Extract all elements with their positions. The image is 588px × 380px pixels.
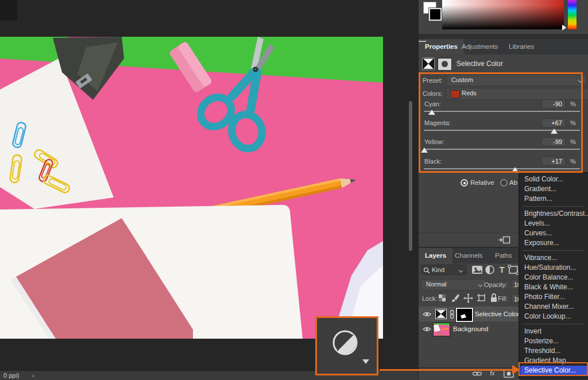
status-chevron-icon[interactable]: › <box>32 371 34 380</box>
menu-item-channel-mixer[interactable]: Channel Mixer... <box>519 302 588 312</box>
menu-divider <box>523 206 585 207</box>
menu-item-pattern[interactable]: Pattern... <box>519 194 588 204</box>
document-info: 0 ppi) <box>3 371 20 380</box>
annotation-arrow <box>380 369 514 371</box>
layer-thumbnail[interactable] <box>433 323 450 336</box>
menu-item-hue-saturation[interactable]: Hue/Saturation... <box>519 263 588 273</box>
properties-tab-bar: Properties Adjustments Libraries <box>419 39 588 55</box>
tab-libraries[interactable]: Libraries <box>502 39 540 55</box>
filter-type-layer-icon[interactable]: T <box>496 265 508 275</box>
menu-item-levels[interactable]: Levels... <box>519 219 588 228</box>
selective-color-icon <box>422 57 435 70</box>
absolute-label: Ab <box>509 179 517 186</box>
blend-mode-dropdown[interactable]: Normal <box>421 279 486 290</box>
menu-item-invert[interactable]: Invert <box>519 327 588 336</box>
lock-all-icon[interactable] <box>490 293 498 303</box>
menu-item-threshold[interactable]: Threshold... <box>519 346 588 356</box>
filter-pixel-layer-icon[interactable] <box>471 265 483 275</box>
filter-shape-layer-icon[interactable] <box>508 265 519 275</box>
color-gradient-field[interactable] <box>442 0 564 29</box>
menu-item-solid-color[interactable]: Solid Color... <box>519 175 588 184</box>
lock-artboard-icon[interactable] <box>477 293 487 303</box>
lock-move-icon[interactable] <box>463 293 473 303</box>
adjustment-circle-icon[interactable] <box>332 329 358 356</box>
menu-item-gradient[interactable]: Gradient... <box>519 184 588 194</box>
link-icon <box>449 310 455 319</box>
menu-item-exposure[interactable]: Exposure... <box>519 238 588 248</box>
lock-paint-icon[interactable] <box>451 293 460 303</box>
background-color-swatch[interactable] <box>429 8 442 21</box>
hue-slider[interactable] <box>568 0 577 29</box>
absolute-radio[interactable] <box>500 179 508 187</box>
chevron-down-icon <box>459 268 463 272</box>
chevron-down-icon <box>478 282 482 286</box>
menu-item-posterize[interactable]: Posterize... <box>519 336 588 346</box>
layer-name: Background <box>453 325 488 332</box>
layer-filter-dropdown[interactable]: Kind <box>421 265 467 275</box>
menu-item-black-white[interactable]: Black & White... <box>519 282 588 292</box>
link-layers-icon[interactable] <box>473 370 482 377</box>
adjustment-layer-thumbnail[interactable] <box>435 309 447 319</box>
canvas-scrollbar[interactable] <box>409 101 412 251</box>
annotation-menu-item-box <box>519 362 588 376</box>
lock-label: Lock: <box>422 295 437 302</box>
canvas-image[interactable] <box>0 37 383 339</box>
menu-item-color-lookup[interactable]: Color Lookup... <box>519 312 588 321</box>
fill-label: Fill: <box>498 295 508 302</box>
annotation-properties-box <box>419 72 583 173</box>
tab-channels[interactable]: Channels <box>448 248 489 263</box>
toolbar-corner <box>0 0 17 21</box>
eye-icon[interactable] <box>423 326 431 332</box>
clip-to-layer-icon[interactable] <box>498 235 510 245</box>
relative-radio[interactable] <box>461 179 468 187</box>
panel-divider <box>419 34 588 39</box>
tab-paths[interactable]: Paths <box>489 248 518 263</box>
menu-item-brightness-contrast[interactable]: Brightness/Contrast... <box>519 209 588 219</box>
menu-item-curves[interactable]: Curves... <box>519 228 588 238</box>
adjustment-menu: Solid Color...Gradient...Pattern...Brigh… <box>519 172 588 379</box>
dropdown-triangle-icon[interactable] <box>362 359 369 364</box>
relative-label: Relative <box>470 179 494 186</box>
gradient-pointer-icon <box>562 25 566 30</box>
tab-adjustments[interactable]: Adjustments <box>455 39 504 55</box>
opacity-label: Opacity: <box>484 281 507 288</box>
filter-adjustment-layer-icon[interactable] <box>484 265 496 275</box>
photoshop-window: 0 ppi) › Properties Adjustments Librarie… <box>0 0 588 380</box>
annotation-adjustment-button-box <box>315 316 378 375</box>
layer-row-background[interactable]: Background <box>419 321 523 336</box>
tab-layers[interactable]: Layers <box>419 248 452 263</box>
layer-name: Selective Color 1 <box>475 311 525 317</box>
search-icon <box>423 267 430 274</box>
svg-text:T: T <box>499 265 504 274</box>
adjustment-title: Selective Color <box>457 60 503 68</box>
menu-item-vibrance[interactable]: Vibrance... <box>519 253 588 263</box>
layer-mask-thumbnail[interactable] <box>456 308 473 322</box>
eye-icon[interactable] <box>423 311 431 317</box>
mask-badge-icon[interactable] <box>438 58 452 71</box>
lock-transparency-icon[interactable] <box>438 294 447 303</box>
menu-divider <box>523 324 585 324</box>
menu-item-color-balance[interactable]: Color Balance... <box>519 273 588 282</box>
menu-item-photo-filter[interactable]: Photo Filter... <box>519 292 588 302</box>
menu-divider <box>523 250 585 251</box>
